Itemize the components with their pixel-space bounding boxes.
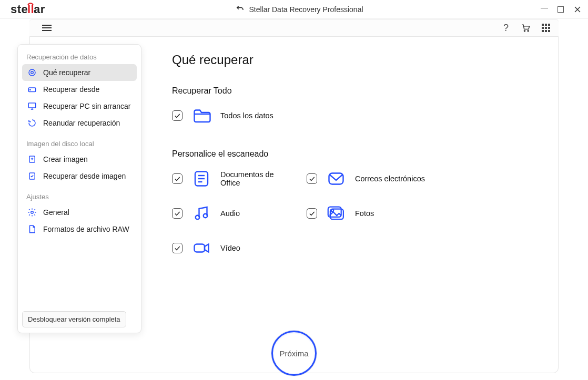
sidebar-item-label: Recuperar PC sin arrancar [43,102,131,110]
sidebar-item-resume-recovery[interactable]: Reanudar recuperación [22,115,137,131]
option-label: Audio [220,209,240,218]
svg-text:ar: ar [34,3,45,16]
target-icon [27,68,37,77]
svg-rect-11 [28,103,36,108]
sidebar-item-label: General [43,208,69,217]
sidebar-item-raw-formats[interactable]: Formatos de archivo RAW [22,221,137,238]
option-office-documents: Documentos de Office [172,169,293,188]
unlock-full-version-button[interactable]: Desbloquear versión completa [22,311,126,327]
resume-icon [27,118,37,128]
photo-icon [327,204,346,223]
sidebar-item-recover-crashed-pc[interactable]: Recuperar PC sin arrancar [22,98,137,115]
section-custom-scan: Personalice el escaneado [172,149,542,159]
window-controls [541,5,582,14]
svg-point-21 [204,214,208,218]
section-recover-all: Recuperar Todo [172,86,542,96]
gear-icon [27,208,37,217]
drive-icon [27,85,37,94]
sidebar-section-disk-image: Imagen del disco local [22,139,137,151]
checkbox-all-data[interactable] [172,110,183,121]
option-video: Vídeo [172,239,293,258]
sidebar: Recuperación de datos Qué recuperar Recu… [17,44,141,333]
menu-button[interactable] [40,22,54,34]
sidebar-item-label: Formatos de archivo RAW [43,225,129,233]
window-title: Stellar Data Recovery Professional [58,4,541,15]
sidebar-item-what-to-recover[interactable]: Qué recuperar [22,64,137,81]
checkbox-office-documents[interactable] [172,173,183,184]
brand-logo: ste ll ar [11,3,58,16]
back-icon[interactable] [235,4,245,15]
sidebar-item-label: Recuperar desde [43,85,99,94]
svg-point-8 [31,71,34,74]
svg-text:ste: ste [11,3,28,16]
custom-scan-options: Documentos de Office Correos electrónico… [172,169,542,258]
recover-image-icon [27,171,37,181]
help-icon[interactable]: ? [501,23,511,33]
svg-point-6 [528,30,529,32]
audio-icon [192,204,211,223]
close-button[interactable] [573,5,582,14]
option-label: Documentos de Office [220,170,293,187]
option-label: Vídeo [220,244,240,252]
svg-rect-19 [329,173,343,184]
svg-point-5 [524,30,525,32]
monitor-icon [27,101,37,111]
app-window: ste ll ar Stellar Data Recovery Professi… [0,0,588,380]
option-all-data: Todos los datos [172,106,542,125]
folder-icon [192,106,211,125]
mail-icon [327,169,346,188]
sidebar-section-recovery: Recuperación de datos [22,52,137,64]
page-title: Qué recuperar [172,53,542,67]
option-label: Correos electrónicos [355,174,425,183]
maximize-button[interactable] [557,6,564,13]
titlebar: ste ll ar Stellar Data Recovery Professi… [0,0,588,19]
main-content: Qué recuperar Recuperar Todo Todos los d… [172,53,542,258]
checkbox-video[interactable] [172,243,183,253]
minimize-button[interactable] [541,8,548,8]
create-image-icon [27,155,37,164]
checkbox-audio[interactable] [172,208,183,219]
option-label: Todos los datos [220,111,273,120]
sidebar-item-label: Reanudar recuperación [43,119,120,127]
raw-icon [27,224,37,234]
svg-rect-25 [195,244,205,252]
svg-point-14 [31,211,34,214]
checkbox-photos[interactable] [307,208,317,219]
option-photos: Fotos [307,204,428,223]
doc-icon [192,169,211,188]
window-title-text: Stellar Data Recovery Professional [249,5,363,14]
sidebar-item-recover-from-image[interactable]: Recuperar desde imagen [22,168,137,184]
checkbox-emails[interactable] [307,173,317,184]
sidebar-section-settings: Ajustes [22,192,137,204]
video-icon [192,239,211,258]
sidebar-item-label: Qué recuperar [43,68,90,77]
sidebar-item-recover-from[interactable]: Recuperar desde [22,81,137,98]
sidebar-item-create-image[interactable]: Crear imagen [22,151,137,168]
option-emails: Correos electrónicos [307,169,428,188]
toolstrip: ? [29,19,559,37]
cart-icon[interactable] [521,23,531,33]
body-area: Recuperación de datos Qué recuperar Recu… [29,37,559,373]
svg-point-7 [29,69,35,76]
next-button[interactable]: Próxima [271,331,317,376]
svg-point-10 [30,89,31,90]
sidebar-item-label: Crear imagen [43,155,88,163]
option-audio: Audio [172,204,293,223]
sidebar-item-general[interactable]: General [22,204,137,221]
svg-point-20 [196,215,200,220]
apps-grid-icon[interactable] [541,23,551,33]
sidebar-item-label: Recuperar desde imagen [43,172,126,180]
option-label: Fotos [355,209,374,218]
next-button-label: Próxima [279,349,308,358]
